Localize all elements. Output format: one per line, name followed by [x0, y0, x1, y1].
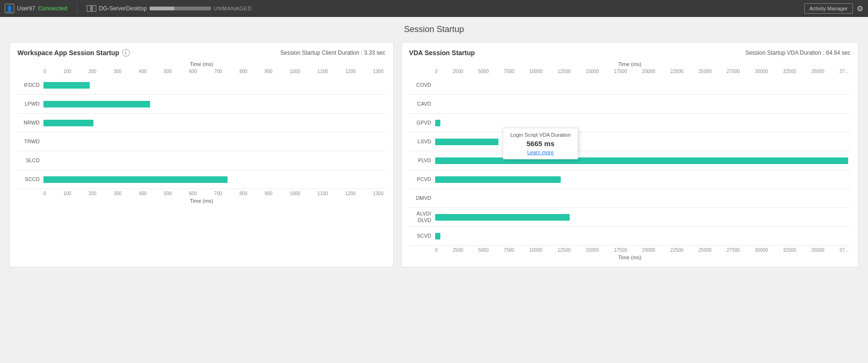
chart-row: TRWD: [17, 132, 386, 151]
chart-row-label: GPVD: [409, 120, 435, 126]
chart-row-track: [43, 151, 386, 170]
workspace-x-ticks-top: 0100200300400500600700800900100011001200…: [17, 69, 386, 74]
chart-row-track: [435, 114, 851, 132]
chart-bar: [435, 139, 499, 145]
chart-row-track: [43, 76, 386, 94]
chart-row-track: [435, 95, 851, 113]
chart-row-track: [435, 208, 851, 226]
machine-info: 🗄 DG-ServerDesktop UNMANAGED: [87, 5, 252, 12]
chart-row-label: COVD: [409, 82, 435, 88]
vda-chart: Time (ms) 025005000750010000125001500017…: [409, 61, 851, 260]
chart-row-label: ALVD/DLVD: [409, 211, 435, 223]
chart-row: SCCD: [17, 170, 386, 189]
workspace-panel: Workspace App Session Startup i Session …: [9, 42, 394, 267]
chart-row-label: PCVD: [409, 176, 435, 182]
chart-row: LSVDLogin Script VDA Duration5665 msLear…: [409, 132, 851, 151]
user-info: 👤 User97 Connected: [5, 4, 67, 13]
machine-name: DG-ServerDesktop: [99, 5, 147, 12]
chart-row-track: [43, 170, 386, 189]
chart-row: PLVD: [409, 151, 851, 170]
chart-row-track: [435, 189, 851, 207]
topbar-right: Activity Manager ⚙: [804, 3, 863, 14]
chart-row-label: SLCD: [17, 157, 43, 164]
chart-bar: [435, 233, 440, 239]
chart-bar: [435, 120, 440, 126]
machine-bar-fill: [150, 7, 174, 10]
chart-row-label: SCVD: [409, 233, 435, 239]
user-icon: 👤: [5, 4, 14, 13]
chart-bar: [43, 82, 90, 89]
gear-icon[interactable]: ⚙: [857, 4, 863, 13]
workspace-x-label-bottom: Time (ms): [17, 198, 386, 204]
separator: [77, 4, 77, 13]
chart-row: COVD: [409, 76, 851, 95]
tooltip-title: Login Script VDA Duration: [509, 132, 572, 138]
chart-row-track: Login Script VDA Duration5665 msLearn mo…: [435, 132, 851, 151]
chart-row-label: TRWD: [17, 139, 43, 145]
chart-bar: [43, 101, 150, 107]
vda-duration: Session Startup VDA Duration : 64.64 sec: [745, 50, 851, 56]
workspace-x-axis-label: Time (ms): [17, 61, 386, 67]
chart-bar: [435, 176, 561, 183]
chart-row-track: [43, 95, 386, 113]
tooltip-learn-more-link[interactable]: Learn more: [509, 149, 572, 155]
username: User97: [17, 5, 35, 12]
machine-status: UNMANAGED: [214, 6, 252, 11]
workspace-info-icon[interactable]: i: [122, 49, 130, 57]
chart-row-track: [435, 170, 851, 189]
chart-row: SCVD: [409, 227, 851, 246]
vda-panel: VDA Session Startup Session Startup VDA …: [401, 42, 859, 267]
workspace-panel-header: Workspace App Session Startup i Session …: [17, 49, 386, 57]
workspace-duration: Session Startup Client Duration : 3.33 s…: [280, 50, 386, 56]
machine-bar: [150, 7, 211, 10]
topbar: 👤 User97 Connected 🗄 DG-ServerDesktop UN…: [0, 0, 868, 17]
tooltip-box: Login Script VDA Duration5665 msLearn mo…: [503, 128, 578, 159]
chart-row-track: [43, 132, 386, 151]
chart-row-label: LPWD: [17, 101, 43, 107]
workspace-chart: Time (ms) 010020030040050060070080090010…: [17, 61, 386, 204]
chart-row-label: LSVD: [409, 139, 435, 145]
chart-row: PCVD: [409, 170, 851, 189]
chart-row: NRWD: [17, 114, 386, 132]
vda-chart-body: COVDCAVDGPVDLSVDLogin Script VDA Duratio…: [409, 76, 851, 246]
tooltip-value: 5665 ms: [509, 140, 572, 148]
chart-row-label: CAVD: [409, 101, 435, 107]
chart-bar: [43, 176, 228, 183]
vda-x-ticks-bottom: 0250050007500100001250015000175002000022…: [409, 248, 851, 253]
page-title: Session Startup: [9, 25, 859, 34]
machine-icon: 🗄: [87, 5, 96, 12]
chart-row-label: SCCD: [17, 176, 43, 182]
chart-row-label: PLVD: [409, 157, 435, 164]
chart-row: GPVD: [409, 114, 851, 132]
panels-row: Workspace App Session Startup i Session …: [9, 42, 859, 267]
chart-row: IFDCD: [17, 76, 386, 95]
chart-row: SLCD: [17, 151, 386, 170]
chart-row: DMVD: [409, 189, 851, 208]
vda-x-label-bottom: Time (ms): [409, 255, 851, 260]
activity-manager-button[interactable]: Activity Manager: [804, 3, 853, 14]
chart-bar: [435, 157, 849, 164]
vda-x-ticks-top: 0250050007500100001250015000175002000022…: [409, 69, 851, 74]
workspace-panel-title: Workspace App Session Startup i: [17, 49, 130, 57]
chart-row-track: [43, 114, 386, 132]
vda-panel-title: VDA Session Startup: [409, 49, 475, 57]
chart-row-track: [435, 76, 851, 94]
chart-row-label: DMVD: [409, 195, 435, 201]
chart-row-label: NRWD: [17, 120, 43, 126]
chart-row: LPWD: [17, 95, 386, 114]
chart-row-label: IFDCD: [17, 82, 43, 88]
chart-bar: [435, 214, 570, 221]
vda-panel-header: VDA Session Startup Session Startup VDA …: [409, 49, 851, 57]
workspace-x-ticks-bottom: 0100200300400500600700800900100011001200…: [17, 191, 386, 196]
chart-row-track: [435, 151, 851, 170]
chart-row: ALVD/DLVD: [409, 208, 851, 227]
main-content: Session Startup Workspace App Session St…: [0, 17, 868, 275]
connection-status: Connected: [38, 5, 67, 12]
workspace-chart-body: IFDCDLPWDNRWDTRWDSLCDSCCD: [17, 76, 386, 189]
vda-x-axis-label: Time (ms): [409, 61, 851, 67]
chart-row: CAVD: [409, 95, 851, 114]
chart-row-track: [435, 227, 851, 245]
chart-bar: [43, 120, 93, 126]
